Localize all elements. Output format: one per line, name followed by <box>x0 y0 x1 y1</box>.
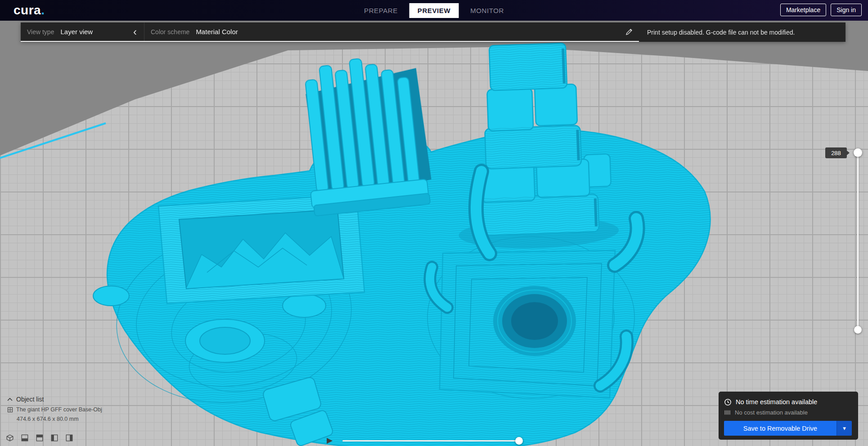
layer-slider-upper-handle[interactable] <box>854 148 862 157</box>
caret-up-icon <box>7 397 13 401</box>
view-left-icon[interactable] <box>50 433 59 442</box>
clock-icon <box>724 398 732 406</box>
save-action-row: Save to Removable Drive ▾ <box>724 421 852 436</box>
material-cost-icon <box>724 409 731 416</box>
top-bar-actions: Marketplace Sign in <box>780 4 862 16</box>
time-estimate-text: No time estimation available <box>736 398 817 406</box>
object-dimensions: 474.6 x 674.6 x 80.0 mm <box>17 416 102 422</box>
view-3d-icon[interactable] <box>5 433 14 442</box>
view-right-icon[interactable] <box>65 433 74 442</box>
object-list-title: Object list <box>16 396 44 403</box>
view-top-icon[interactable] <box>35 433 44 442</box>
marketplace-button[interactable]: Marketplace <box>780 4 826 16</box>
cost-estimate-text: No cost estimation available <box>735 409 808 416</box>
model-slats[interactable] <box>297 53 434 216</box>
tab-preview[interactable]: PREVIEW <box>409 3 459 18</box>
3d-viewport[interactable] <box>0 21 868 446</box>
color-scheme-dropdown[interactable]: Color scheme Material Color <box>144 22 639 41</box>
logo-dot: . <box>41 3 45 17</box>
object-list-toggle[interactable]: Object list <box>7 396 102 403</box>
signin-button[interactable]: Sign in <box>831 4 862 16</box>
layer-number-badge: 288 <box>825 147 847 158</box>
cura-logo: cura. <box>13 3 45 18</box>
save-to-removable-drive-button[interactable]: Save to Removable Drive <box>724 421 837 436</box>
stage-tabs: PREPARE PREVIEW MONITOR <box>356 0 512 21</box>
view-type-label: View type <box>27 28 54 36</box>
simulation-playback: ▶ <box>327 435 519 446</box>
view-front-icon[interactable] <box>20 433 29 442</box>
mesh-icon <box>7 407 13 413</box>
layer-slider-track[interactable] <box>857 153 859 330</box>
toolbar-left: View type Layer view ‹ Color scheme Mate… <box>21 22 639 42</box>
print-setup-notice: Print setup disabled. G-code file can no… <box>639 22 846 42</box>
simulation-slider-track[interactable] <box>342 440 519 442</box>
view-type-dropdown[interactable]: View type Layer view ‹ <box>21 22 144 41</box>
view-type-value: Layer view <box>60 28 93 36</box>
tab-monitor[interactable]: MONITOR <box>462 3 512 18</box>
edit-pencil-icon[interactable] <box>625 28 633 36</box>
scene-canvas <box>0 21 868 446</box>
simulation-slider-handle[interactable] <box>515 437 523 445</box>
play-button[interactable]: ▶ <box>327 435 333 446</box>
object-list-panel: Object list The giant HP GFF cover Base-… <box>7 396 102 422</box>
color-scheme-label: Color scheme <box>151 28 189 36</box>
collapse-toolbar-icon[interactable]: ‹ <box>132 27 138 36</box>
object-name: The giant HP GFF cover Base-Obj <box>16 406 102 413</box>
object-list-item[interactable]: The giant HP GFF cover Base-Obj <box>7 406 102 413</box>
tab-prepare[interactable]: PREPARE <box>356 3 406 18</box>
color-scheme-value: Material Color <box>196 28 238 36</box>
camera-view-buttons <box>5 433 74 442</box>
layer-slider-lower-handle[interactable] <box>854 326 862 334</box>
cura-app-window: cura. PREPARE PREVIEW MONITOR Marketplac… <box>0 0 868 446</box>
save-options-dropdown[interactable]: ▾ <box>837 421 852 436</box>
preview-toolbar: View type Layer view ‹ Color scheme Mate… <box>21 22 846 42</box>
output-action-panel: No time estimation available No cost est… <box>719 392 858 440</box>
top-bar: cura. PREPARE PREVIEW MONITOR Marketplac… <box>0 0 868 21</box>
